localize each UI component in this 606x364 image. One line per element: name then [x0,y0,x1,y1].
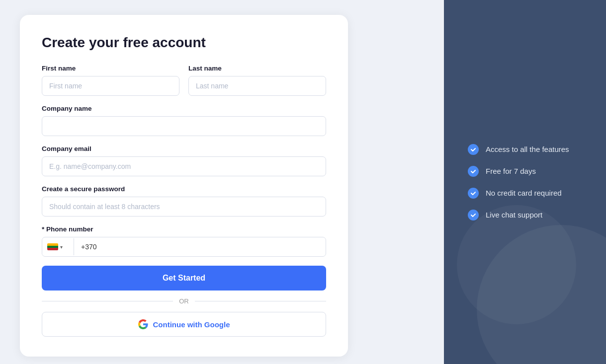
feature-item: Live chat support [468,210,582,220]
phone-input-row: ▾ [42,237,326,257]
phone-number-input[interactable] [74,237,326,256]
google-btn-label: Continue with Google [153,320,230,329]
feature-text: Access to all the features [486,145,569,153]
feature-item: Free for 7 days [468,166,582,177]
check-icon [468,210,479,220]
chevron-down-icon: ▾ [60,244,63,250]
lithuania-flag [47,243,58,250]
google-icon [138,319,148,329]
check-icon [468,188,479,199]
phone-country-select[interactable]: ▾ [42,238,74,255]
or-text: OR [179,297,189,305]
feature-item: Access to all the features [468,144,582,155]
company-email-label: Company email [42,145,326,152]
feature-text: Free for 7 days [486,167,536,175]
company-name-label: Company name [42,105,326,112]
check-icon [468,166,479,177]
feature-text: Live chat support [486,211,542,219]
feature-text: No credit card required [486,189,562,197]
last-name-group: Last name [188,65,326,96]
divider-line-left [42,301,173,301]
name-row: First name Last name [42,65,326,96]
phone-group: * Phone number ▾ [42,225,326,257]
password-input[interactable] [42,197,326,217]
company-email-group: Company email [42,145,326,176]
first-name-group: First name [42,65,179,96]
left-panel: Create your free account First name Last… [0,0,444,364]
google-signin-button[interactable]: Continue with Google [42,312,326,337]
last-name-label: Last name [188,65,326,72]
right-panel: Access to all the features Free for 7 da… [444,0,606,364]
or-divider: OR [42,297,326,305]
company-name-input[interactable] [42,116,326,136]
last-name-input[interactable] [188,76,326,96]
features-list: Access to all the features Free for 7 da… [468,144,582,220]
password-group: Create a secure password [42,185,326,217]
password-label: Create a secure password [42,185,326,193]
first-name-input[interactable] [42,76,179,96]
get-started-button[interactable]: Get Started [42,266,326,291]
form-card: Create your free account First name Last… [20,15,348,357]
company-name-group: Company name [42,105,326,136]
first-name-label: First name [42,65,179,72]
check-icon [468,144,479,155]
divider-line-right [195,301,326,301]
form-title: Create your free account [42,35,326,51]
feature-item: No credit card required [468,188,582,199]
phone-label: * Phone number [42,225,326,233]
company-email-input[interactable] [42,156,326,176]
